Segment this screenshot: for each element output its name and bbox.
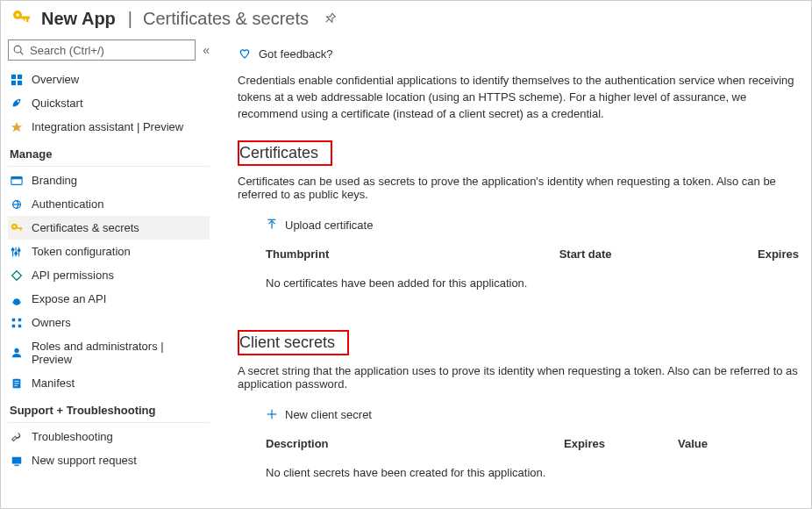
sidebar-item-label: Owners [32,316,71,329]
roles-icon [10,347,24,359]
expose-api-icon [10,293,24,305]
sidebar-item-authentication[interactable]: Authentication [8,192,210,216]
sidebar-item-certificates-secrets[interactable]: Certificates & secrets [8,216,210,240]
certificates-heading: Certificates [238,140,332,166]
svg-rect-28 [12,324,16,327]
support-request-icon [10,455,24,467]
plus-icon [266,408,278,420]
svg-rect-9 [18,74,22,78]
svg-line-7 [20,52,23,54]
body: « Overview Quickstart Integration assis [1,36,811,508]
sidebar-group-support: Support + Troubleshooting [8,395,210,423]
sidebar-item-label: Roles and administrators | Preview [32,340,206,366]
app-root: New App | Certificates & secrets [0,0,812,509]
svg-rect-19 [20,228,22,230]
integration-icon [10,121,24,133]
secrets-empty: No client secrets have been created for … [238,455,811,497]
manifest-icon [10,377,24,390]
sidebar-item-token-configuration[interactable]: Token configuration [8,240,210,263]
search-row: « [8,39,210,61]
pin-icon[interactable] [323,11,337,25]
sidebar-item-expose-api[interactable]: Expose an API [8,287,210,311]
col-expires: Expires [758,247,804,261]
svg-point-24 [15,252,18,254]
sidebar-item-branding[interactable]: Branding [8,168,210,192]
col-description: Description [266,437,564,450]
main-content: Got feedback? Credentials enable confide… [217,36,811,508]
svg-point-17 [13,226,15,227]
sidebar-item-new-support-request[interactable]: New support request [8,448,210,472]
certificates-table-header: Thumbprint Start date Expires [238,242,811,266]
sidebar-item-manifest[interactable]: Manifest [8,371,210,395]
feedback-label: Got feedback? [259,47,333,61]
svg-rect-8 [11,74,16,78]
sidebar-item-api-permissions[interactable]: API permissions [8,263,210,287]
certificates-section: Certificates Certificates can be used as… [238,140,811,307]
sidebar-item-label: Integration assistant | Preview [32,120,183,133]
sidebar-group-manage: Manage [8,139,210,167]
page-header: New App | Certificates & secrets [1,1,811,36]
sidebar-item-label: Token configuration [32,245,131,258]
svg-rect-29 [18,324,22,327]
api-permissions-icon [10,269,24,282]
client-secrets-subtext: A secret string that the application use… [238,364,811,391]
token-icon [10,246,24,258]
sidebar-item-owners[interactable]: Owners [8,311,210,334]
svg-rect-27 [18,318,22,321]
troubleshooting-icon [10,431,24,443]
svg-rect-4 [24,18,25,21]
svg-rect-10 [11,80,16,84]
upload-icon [266,219,278,231]
feedback-link[interactable]: Got feedback? [238,41,811,73]
sidebar-item-quickstart[interactable]: Quickstart [8,91,210,115]
new-client-secret-label: New client secret [285,408,372,421]
svg-rect-26 [12,318,16,321]
svg-rect-35 [12,456,22,463]
sidebar-item-overview[interactable]: Overview [8,68,210,91]
sidebar-item-roles-administrators[interactable]: Roles and administrators | Preview [8,334,210,371]
search-input[interactable] [28,43,191,58]
search-box[interactable] [8,39,196,61]
col-start-date: Start date [559,247,758,261]
app-name: New App [41,9,116,29]
header-separator: | [125,9,134,29]
svg-point-25 [18,248,20,251]
client-secrets-heading: Client secrets [238,330,349,355]
sidebar-item-label: Overview [32,73,79,86]
heart-icon [238,47,252,61]
sidebar-item-label: Quickstart [32,97,83,110]
sidebar-item-label: Troubleshooting [32,430,113,443]
sidebar-item-label: Certificates & secrets [32,221,139,234]
sidebar-item-integration-assistant[interactable]: Integration assistant | Preview [8,115,210,139]
sidebar-item-label: Branding [32,174,77,187]
quickstart-icon [10,97,24,110]
secrets-table-header: Description Expires Value [238,432,811,455]
intro-text: Credentials enable confidential applicat… [238,73,811,123]
col-value: Value [678,437,804,450]
svg-rect-3 [26,18,29,22]
search-icon [12,44,25,56]
key-icon [11,8,32,29]
col-expires: Expires [564,437,678,450]
svg-point-23 [11,248,14,251]
new-client-secret-button[interactable]: New client secret [262,403,379,427]
sidebar-item-label: New support request [32,454,137,467]
certificates-empty: No certificates have been added for this… [238,266,811,307]
svg-line-5 [326,19,330,23]
certificates-subtext: Certificates can be used as secrets to p… [238,175,811,201]
sidebar-item-troubleshooting[interactable]: Troubleshooting [8,425,210,448]
sidebar-item-label: API permissions [32,269,114,282]
sidebar-item-label: Authentication [32,197,103,211]
svg-point-30 [14,348,18,353]
authentication-icon [10,198,24,211]
upload-certificate-label: Upload certificate [285,219,373,232]
upload-certificate-button[interactable]: Upload certificate [262,213,380,237]
collapse-sidebar-button[interactable]: « [203,43,210,57]
client-secrets-section: Client secrets A secret string that the … [238,330,811,497]
sidebar: « Overview Quickstart Integration assis [1,36,217,508]
svg-point-1 [16,13,18,16]
svg-rect-14 [11,176,22,179]
sidebar-item-label: Expose an API [32,292,106,305]
certificates-icon [10,222,24,234]
page-title: Certificates & secrets [143,9,309,29]
